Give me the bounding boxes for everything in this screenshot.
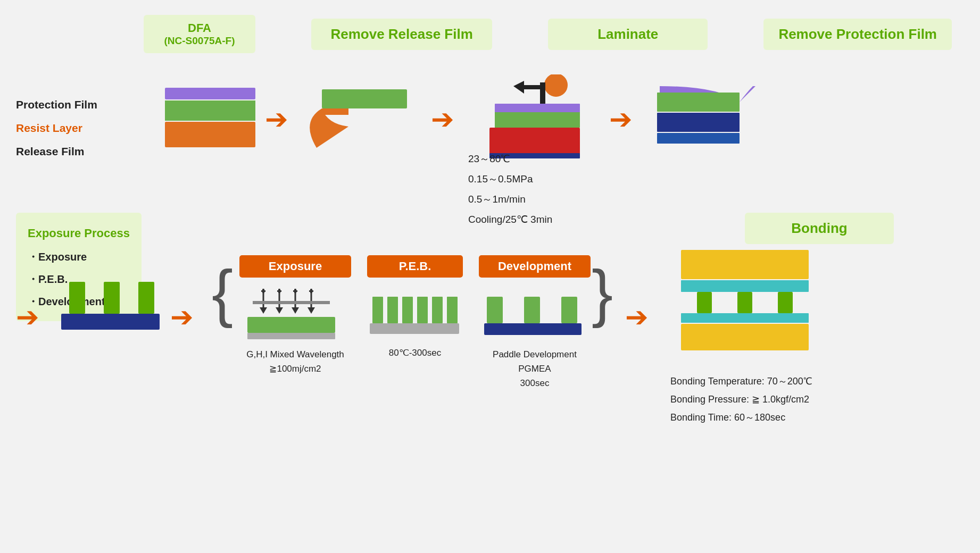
peb-column: P.E.B. 80℃-300sec bbox=[367, 255, 463, 358]
peel-diagram bbox=[306, 79, 423, 158]
svg-rect-53 bbox=[778, 292, 793, 313]
bonding-diagram bbox=[670, 245, 819, 362]
bonding-time: Bonding Time: 60～180sec bbox=[670, 408, 812, 426]
svg-rect-16 bbox=[104, 282, 120, 314]
svg-rect-49 bbox=[681, 250, 809, 279]
svg-rect-3 bbox=[322, 89, 407, 108]
laminate-title: Laminate bbox=[563, 26, 693, 43]
svg-rect-38 bbox=[372, 297, 383, 323]
svg-rect-36 bbox=[247, 317, 335, 333]
svg-rect-0 bbox=[165, 88, 255, 99]
svg-rect-52 bbox=[737, 292, 752, 313]
svg-rect-9 bbox=[495, 104, 580, 112]
dev-column: Development Paddle DevelopmentPGMEA300se… bbox=[479, 255, 591, 391]
svg-rect-45 bbox=[487, 297, 503, 323]
svg-rect-28 bbox=[262, 289, 264, 293]
svg-rect-39 bbox=[387, 297, 398, 323]
arrow-3: ➔ bbox=[609, 105, 633, 133]
svg-rect-32 bbox=[294, 289, 296, 293]
dfa-label-box: DFA (NC-S0075A-F) bbox=[144, 15, 255, 53]
svg-rect-50 bbox=[681, 280, 809, 292]
close-brace: } bbox=[592, 261, 613, 324]
svg-rect-40 bbox=[402, 297, 413, 323]
film-stack-svg bbox=[165, 88, 255, 149]
bonding-conditions: Bonding Temperature: 70～200℃ Bonding Pre… bbox=[670, 372, 812, 427]
svg-rect-18 bbox=[61, 314, 160, 330]
film-stack-diagram bbox=[165, 88, 255, 149]
peb-box: P.E.B. bbox=[367, 255, 463, 278]
svg-marker-20 bbox=[260, 307, 267, 314]
arrow-5: ➔ bbox=[625, 303, 649, 331]
peb-svg bbox=[367, 286, 463, 345]
svg-marker-7 bbox=[513, 81, 543, 94]
svg-rect-4 bbox=[322, 108, 348, 115]
svg-marker-26 bbox=[308, 307, 315, 314]
remove-release-title: Remove Release Film bbox=[326, 26, 477, 43]
remove-protection-title: Remove Protection Film bbox=[778, 26, 937, 43]
peel-svg bbox=[306, 79, 423, 158]
arrow-4: ➔ bbox=[170, 303, 194, 331]
svg-rect-54 bbox=[681, 313, 809, 323]
dev-box: Development bbox=[479, 255, 591, 278]
svg-rect-48 bbox=[484, 323, 582, 335]
remove-protection-label-box: Remove Protection Film bbox=[763, 19, 952, 50]
substrate-pillars-svg bbox=[59, 271, 165, 340]
laminate-pressure: 0.15～0.5MPa bbox=[468, 169, 552, 189]
svg-rect-42 bbox=[432, 297, 443, 323]
svg-rect-12 bbox=[657, 93, 740, 112]
bonding-svg bbox=[670, 245, 819, 362]
legend-resist: Resist Layer bbox=[16, 116, 97, 140]
svg-rect-43 bbox=[447, 297, 458, 323]
svg-rect-2 bbox=[165, 122, 255, 147]
svg-rect-51 bbox=[697, 292, 712, 313]
exposure-desc: G,H,I Mixed Wavelength≧100mj/cm2 bbox=[246, 347, 344, 376]
svg-rect-17 bbox=[138, 282, 154, 314]
exposure-process-item-1: ・Exposure bbox=[28, 246, 130, 268]
dev-desc: Paddle DevelopmentPGMEA300sec bbox=[493, 347, 577, 391]
arrow-entry: ➔ bbox=[16, 303, 39, 331]
svg-point-5 bbox=[544, 74, 568, 97]
svg-rect-37 bbox=[247, 333, 335, 339]
bonding-temp: Bonding Temperature: 70～200℃ bbox=[670, 372, 812, 390]
svg-rect-15 bbox=[69, 282, 85, 314]
svg-rect-41 bbox=[417, 297, 428, 323]
svg-marker-22 bbox=[276, 307, 283, 314]
remove-protection-diagram bbox=[654, 86, 777, 155]
svg-rect-1 bbox=[165, 100, 255, 121]
exposure-svg bbox=[242, 286, 348, 345]
laminate-speed: 0.5～1m/min bbox=[468, 189, 552, 210]
svg-rect-35 bbox=[253, 301, 330, 304]
arrow-1: ➔ bbox=[265, 105, 288, 133]
svg-rect-47 bbox=[561, 297, 577, 323]
svg-rect-14 bbox=[657, 133, 740, 144]
legend-release: Release Film bbox=[16, 140, 97, 163]
svg-rect-55 bbox=[681, 324, 809, 350]
svg-rect-13 bbox=[657, 113, 740, 132]
legend-protection: Protection Film bbox=[16, 93, 97, 116]
open-brace: { bbox=[212, 261, 233, 324]
svg-rect-44 bbox=[370, 323, 459, 334]
svg-marker-24 bbox=[292, 307, 299, 314]
svg-rect-8 bbox=[495, 112, 580, 128]
bonding-title: Bonding bbox=[760, 220, 879, 237]
laminate-conditions: 23～80℃ 0.15～0.5MPa 0.5～1m/min Cooling/25… bbox=[468, 149, 552, 230]
svg-rect-34 bbox=[310, 289, 312, 293]
laminate-temp: 23～80℃ bbox=[468, 149, 552, 169]
remove-prot-svg bbox=[654, 86, 777, 155]
bonding-pressure: Bonding Pressure: ≧ 1.0kgf/cm2 bbox=[670, 390, 812, 408]
dev-svg bbox=[481, 286, 588, 345]
peb-desc: 80℃-300sec bbox=[389, 347, 441, 358]
dfa-subtitle: (NC-S0075A-F) bbox=[156, 35, 243, 47]
laminate-label-box: Laminate bbox=[548, 19, 708, 50]
arrow-2: ➔ bbox=[431, 105, 454, 133]
exposure-process-title: Exposure Process bbox=[28, 221, 130, 246]
exposure-column: Exposure bbox=[239, 255, 351, 376]
svg-rect-46 bbox=[524, 297, 540, 323]
main-container: DFA (NC-S0075A-F) Remove Release Film La… bbox=[0, 0, 980, 553]
dfa-title: DFA bbox=[156, 21, 243, 35]
bonding-label-box: Bonding bbox=[745, 213, 894, 244]
exposure-box: Exposure bbox=[239, 255, 351, 278]
remove-release-label-box: Remove Release Film bbox=[311, 19, 492, 50]
substrate-pillars-diagram bbox=[59, 271, 165, 340]
laminate-cooling: Cooling/25℃ 3min bbox=[468, 210, 552, 230]
